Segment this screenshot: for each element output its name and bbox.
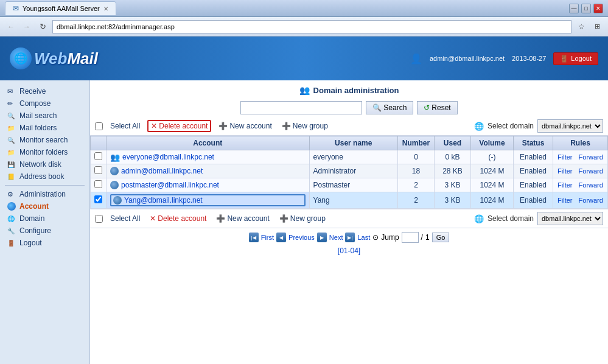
select-domain-icon-bottom: 🌐 <box>474 214 484 223</box>
row4-user-icon <box>113 196 122 205</box>
browser-tab-title: Youngssoft AAMail Server <box>23 5 100 12</box>
search-button[interactable]: 🔍 Search <box>366 101 413 114</box>
refresh-button[interactable]: ↻ <box>37 21 49 33</box>
select-all-label-top: Select All <box>110 122 140 130</box>
sidebar-item-account[interactable]: Account <box>0 200 89 212</box>
table-row: postmaster@dbmail.linkpc.net Postmaster … <box>91 178 608 192</box>
row3-filter-link[interactable]: Filter <box>557 181 572 189</box>
row4-account-link[interactable]: Yang@dbmail.linkpc.net <box>124 196 203 205</box>
row1-number: 0 <box>398 150 435 164</box>
go-button[interactable]: Go <box>432 233 450 242</box>
new-account-button-top[interactable]: ➕ New account <box>216 121 274 131</box>
sidebar-item-address-book[interactable]: Address book <box>0 170 89 183</box>
monitor-search-icon <box>7 136 16 144</box>
sidebar-item-configure[interactable]: Configure <box>0 225 89 237</box>
logout-label: Logout <box>571 55 592 62</box>
new-account-icon-bottom: ➕ <box>216 214 225 223</box>
select-all-button-top[interactable]: Select All <box>108 121 142 131</box>
row2-account-link[interactable]: admin@dbmail.linkpc.net <box>121 167 203 175</box>
row1-filter-link[interactable]: Filter <box>557 153 572 161</box>
page-range: [01-04] <box>338 247 360 255</box>
apps-icon[interactable]: ⊞ <box>591 21 603 33</box>
back-button[interactable]: ← <box>5 21 17 33</box>
bookmark-icon[interactable]: ☆ <box>575 21 587 33</box>
maximize-button[interactable]: □ <box>581 4 591 13</box>
browser-tab[interactable]: ✉ Youngssoft AAMail Server ✕ <box>5 1 116 15</box>
row2-user-icon <box>110 167 119 175</box>
new-group-button-bottom[interactable]: ➕ New group <box>277 214 328 223</box>
bottom-toolbar: Select All ✕ Delete account ➕ New accoun… <box>90 209 608 228</box>
sidebar-item-mail-folders[interactable]: Mail folders <box>0 122 89 134</box>
last-page-icon: ▶| <box>345 233 355 242</box>
row2-forward-link[interactable]: Forward <box>579 167 603 175</box>
sidebar-item-monitor-search[interactable]: Monitor search <box>0 134 89 146</box>
next-page-button[interactable]: Next <box>329 234 343 241</box>
total-pages-separator: / <box>421 233 423 242</box>
sidebar-label-configure: Configure <box>19 226 51 235</box>
row1-checkbox-cell <box>91 150 107 164</box>
row2-number: 18 <box>398 164 435 178</box>
sidebar-label-monitor-search: Monitor search <box>19 136 68 144</box>
row4-checkbox-cell <box>91 192 107 209</box>
sidebar-label-compose: Compose <box>19 99 51 108</box>
sidebar-item-administration[interactable]: Administration <box>0 188 89 200</box>
logo-text: WebMail <box>34 49 98 68</box>
row4-filter-link[interactable]: Filter <box>557 197 572 204</box>
address-bar[interactable]: dbmail.linkpc.net:82/adminmanager.asp <box>52 20 571 33</box>
new-group-button-top[interactable]: ➕ New group <box>279 121 330 131</box>
row3-checkbox[interactable] <box>94 180 102 188</box>
row1-forward-link[interactable]: Forward <box>579 153 603 161</box>
row3-account-link[interactable]: postmaster@dbmail.linkpc.net <box>121 181 219 189</box>
forward-button[interactable]: → <box>21 21 33 33</box>
domain-select-bottom[interactable]: dbmail.linkpc.net <box>537 212 603 225</box>
domain-select-top[interactable]: dbmail.linkpc.net <box>537 119 603 133</box>
row3-used: 3 KB <box>435 178 471 192</box>
row1-account-link[interactable]: everyone@dbmail.linkpc.net <box>122 153 214 161</box>
browser-tab-close[interactable]: ✕ <box>103 5 108 12</box>
row2-filter-link[interactable]: Filter <box>557 167 572 175</box>
delete-account-button-bottom[interactable]: ✕ Delete account <box>147 214 209 223</box>
sidebar-item-network-disk[interactable]: Network disk <box>0 158 89 170</box>
sidebar-label-mail-search: Mail search <box>19 111 57 120</box>
row4-forward-link[interactable]: Forward <box>579 197 603 204</box>
sidebar-item-logout[interactable]: Logout <box>0 237 89 249</box>
row1-status: Enabled <box>514 150 553 164</box>
logout-button[interactable]: 🚪 Logout <box>553 52 598 65</box>
search-input[interactable] <box>240 101 362 114</box>
delete-account-label-top: Delete account <box>159 122 208 130</box>
row4-volume: 1024 M <box>471 192 514 209</box>
row4-checkbox[interactable] <box>94 195 102 203</box>
first-page-button[interactable]: First <box>261 234 274 241</box>
row3-account: postmaster@dbmail.linkpc.net <box>107 178 310 192</box>
jump-input[interactable] <box>402 232 419 243</box>
page-title: Domain administration <box>313 86 399 95</box>
sidebar-item-domain[interactable]: Domain <box>0 212 89 225</box>
row1-checkbox[interactable] <box>94 152 102 160</box>
th-status: Status <box>514 136 553 150</box>
sidebar-item-mail-search[interactable]: Mail search <box>0 110 89 122</box>
row2-checkbox[interactable] <box>94 166 102 174</box>
pagination: |◀ First ◀ Previous ▶ Next ▶| Last ⊙ Jum… <box>90 228 608 247</box>
sidebar-item-compose[interactable]: Compose <box>0 97 89 110</box>
new-account-button-bottom[interactable]: ➕ New account <box>214 214 271 223</box>
sidebar-label-mail-folders: Mail folders <box>19 124 57 132</box>
reset-button[interactable]: ↺ Reset <box>417 101 457 114</box>
sidebar-item-receive[interactable]: Receive <box>0 85 89 97</box>
close-button[interactable]: ✕ <box>593 4 603 13</box>
th-account: Account <box>107 136 310 150</box>
sidebar-item-monitor-folders[interactable]: Monitor folders <box>0 146 89 158</box>
minimize-button[interactable]: — <box>569 4 579 13</box>
sidebar-label-account: Account <box>19 202 49 211</box>
select-all-checkbox-bottom[interactable] <box>95 215 103 223</box>
row3-forward-link[interactable]: Forward <box>579 181 603 189</box>
last-page-button[interactable]: Last <box>357 234 370 241</box>
delete-account-button-top[interactable]: ✕ Delete account <box>147 120 211 132</box>
webmail-logo: 🌐 WebMail <box>10 47 98 69</box>
select-all-button-bottom[interactable]: Select All <box>108 214 142 223</box>
prev-page-button[interactable]: Previous <box>288 234 315 241</box>
select-all-checkbox-top[interactable] <box>95 122 103 130</box>
row4-number: 2 <box>398 192 435 209</box>
top-toolbar: Select All ✕ Delete account ➕ New accoun… <box>90 117 608 136</box>
table-row: admin@dbmail.linkpc.net Administrator 18… <box>91 164 608 178</box>
row4-username: Yang <box>309 192 397 209</box>
